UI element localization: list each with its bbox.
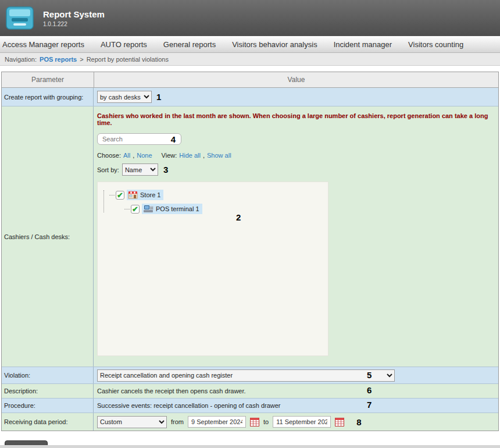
app-title: Report System [43, 9, 105, 19]
row-cashiers: Cashiers / Cash desks: Cashiers who work… [2, 106, 498, 367]
row-grouping: Create report with grouping: by cash des… [2, 88, 498, 106]
row-description: Description: Cashier cancels the receipt… [2, 384, 498, 399]
description-value-cell: Cashier cancels the receipt then opens c… [94, 384, 498, 398]
period-to-label: to [263, 418, 269, 425]
choose-view-line: Choose: All, None View: Hide all, Show a… [97, 152, 495, 159]
app-header: Report System 1.0.1.222 [0, 0, 500, 36]
store-icon [128, 191, 138, 199]
menu-visitors-behavior-analysis[interactable]: Visitors behavior analysis [232, 40, 317, 49]
main-menu: Access Manager reports AUTO reports Gene… [0, 36, 500, 53]
tree-item-store: ✔ Store 1 [109, 188, 328, 202]
sort-by-label: Sort by: [97, 166, 119, 173]
grouping-select[interactable]: by cash desks [97, 91, 152, 103]
menu-auto-reports[interactable]: AUTO reports [101, 40, 147, 49]
procedure-text: Successive events: receipt cancellation … [97, 402, 281, 409]
period-from-input[interactable] [188, 416, 246, 428]
violation-label: Violation: [2, 367, 94, 383]
sort-line: Sort by: Name 3 [97, 163, 495, 176]
pos-terminal-node[interactable]: POS terminal 1 [142, 204, 202, 214]
app-logo-icon [6, 5, 34, 31]
choose-label: Choose: [97, 152, 121, 159]
procedure-value-cell: Successive events: receipt cancellation … [94, 399, 498, 413]
tree-branch-line [109, 195, 115, 195]
procedure-label: Procedure: [2, 399, 94, 413]
annotation-2: 2 [236, 212, 241, 222]
comma: , [203, 152, 205, 159]
row-period: Receiving data period: Custom from to [2, 413, 498, 431]
violation-value-cell: Receipt cancellation and opening cash re… [94, 367, 498, 383]
header-parameter: Parameter [2, 76, 94, 84]
grouping-value-cell: by cash desks 1 [94, 88, 498, 106]
header-value: Value [94, 76, 498, 84]
annotation-8: 8 [356, 417, 361, 427]
period-select[interactable]: Custom [97, 416, 167, 428]
calendar-to-icon[interactable] [335, 418, 344, 426]
store-checkbox[interactable]: ✔ [116, 191, 124, 200]
calendar-from-icon[interactable] [250, 418, 259, 426]
sort-select[interactable]: Name [122, 163, 158, 176]
breadcrumb-current: Report by potential violations [87, 56, 169, 63]
description-label: Description: [2, 384, 94, 398]
view-label: View: [162, 152, 177, 159]
annotation-5: 5 [367, 370, 372, 380]
view-show-all-link[interactable]: Show all [207, 152, 231, 159]
breadcrumb-link-pos-reports[interactable]: POS reports [40, 56, 77, 63]
annotation-3: 3 [163, 165, 168, 175]
breadcrumb: Navigation: POS reports > Report by pote… [0, 53, 500, 66]
grouping-label: Create report with grouping: [2, 88, 94, 106]
table-header-row: Parameter Value [2, 72, 498, 88]
view-hide-all-link[interactable]: Hide all [179, 152, 201, 159]
row-violation: Violation: Receipt cancellation and open… [2, 367, 498, 384]
menu-incident-manager[interactable]: Incident manager [334, 40, 392, 49]
cashiers-label: Cashiers / Cash desks: [2, 106, 94, 367]
breadcrumb-separator: > [80, 56, 83, 63]
violation-select[interactable]: Receipt cancellation and opening cash re… [97, 369, 395, 382]
search-input[interactable] [97, 133, 181, 145]
row-procedure: Procedure: Successive events: receipt ca… [2, 399, 498, 413]
period-to-input[interactable] [273, 416, 331, 428]
tree-item-pos-terminal: ✔ POS terminal 1 [124, 202, 328, 216]
menu-access-manager-reports[interactable]: Access Manager reports [2, 40, 84, 49]
annotation-7: 7 [367, 400, 372, 410]
store-node[interactable]: Store 1 [127, 190, 163, 200]
cashiers-warning-text: Cashiers who worked in the last month ar… [97, 112, 495, 126]
annotation-6: 6 [367, 385, 372, 395]
menu-general-reports[interactable]: General reports [163, 40, 216, 49]
choose-all-link[interactable]: All [123, 152, 130, 159]
description-text: Cashier cancels the receipt then opens c… [97, 387, 246, 394]
choose-none-link[interactable]: None [137, 152, 152, 159]
store-label: Store 1 [140, 191, 160, 198]
cashiers-value-cell: Cashiers who worked in the last month ar… [94, 106, 498, 367]
app-version: 1.0.1.222 [43, 21, 105, 27]
app-title-block: Report System 1.0.1.222 [43, 9, 105, 27]
tree-branch-line [124, 209, 130, 209]
bottom-strip [0, 445, 500, 448]
comma: , [133, 152, 134, 159]
tree-connector-line [103, 190, 104, 212]
period-label: Receiving data period: [2, 413, 94, 431]
annotation-1: 1 [156, 92, 161, 102]
breadcrumb-label: Navigation: [5, 56, 37, 63]
pos-terminal-icon [143, 205, 153, 213]
period-value-cell: Custom from to 8 [94, 413, 498, 431]
pos-terminal-checkbox[interactable]: ✔ [131, 205, 140, 214]
menu-visitors-counting[interactable]: Visitors counting [408, 40, 463, 49]
cashdesk-tree: ✔ Store 1 [97, 182, 328, 356]
period-from-label: from [171, 418, 184, 425]
parameter-table: Parameter Value Create report with group… [1, 72, 499, 431]
search-wrapper: 4 [97, 133, 181, 145]
pos-terminal-label: POS terminal 1 [156, 205, 199, 212]
annotation-4: 4 [171, 134, 176, 144]
